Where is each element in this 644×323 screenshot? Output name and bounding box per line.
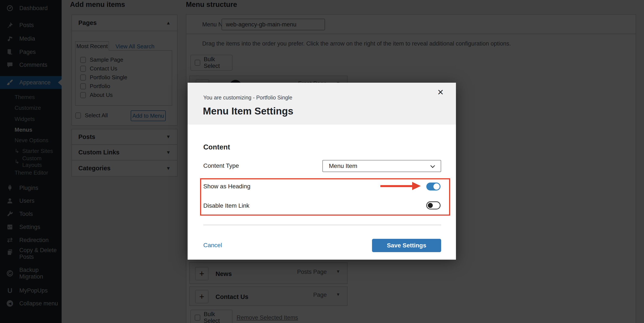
content-section-title: Content <box>203 143 230 151</box>
content-type-label: Content Type <box>203 162 239 169</box>
modal-divider <box>203 225 441 225</box>
menu-item-settings-modal: You are customizing - Portfolio Single M… <box>188 83 456 260</box>
cancel-link[interactable]: Cancel <box>203 242 222 249</box>
annotation-arrow <box>380 185 412 187</box>
annotation-arrow-head-icon <box>412 182 421 190</box>
modal-title: Menu Item Settings <box>203 105 294 117</box>
modal-kicker: You are customizing - Portfolio Single <box>203 95 292 101</box>
chevron-down-icon <box>430 163 435 168</box>
save-settings-button[interactable]: Save Settings <box>372 239 441 252</box>
modal-header: You are customizing - Portfolio Single M… <box>188 83 456 125</box>
close-icon[interactable]: × <box>438 87 444 97</box>
wordpress-admin-page: Dashboard Posts Media Pages Comments App… <box>0 0 644 323</box>
content-type-select[interactable]: Menu Item <box>322 160 441 172</box>
